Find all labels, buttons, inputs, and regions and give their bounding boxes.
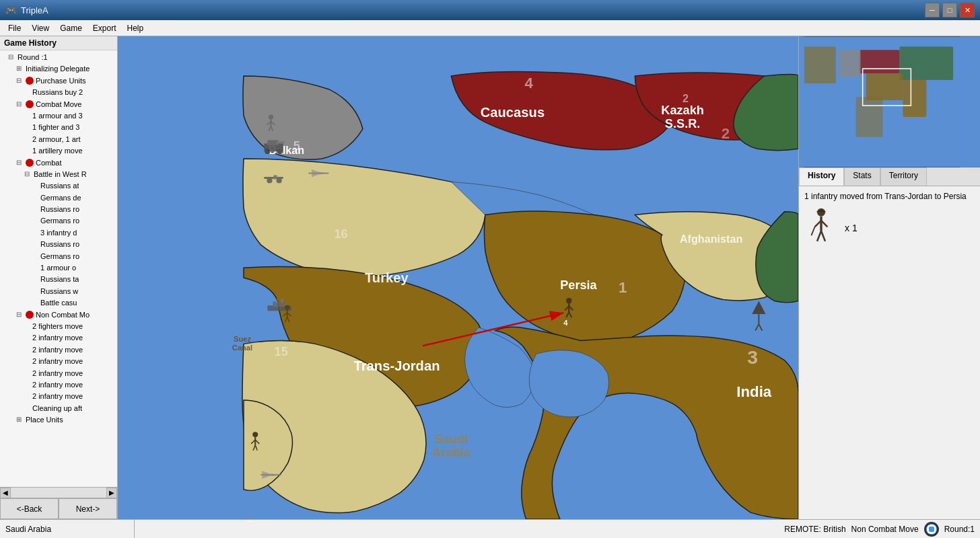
svg-rect-55 bbox=[274, 176, 277, 180]
tree-purchase[interactable]: ⊟ Purchase Units bbox=[0, 75, 117, 87]
window-controls: ─ □ ✕ bbox=[925, 3, 975, 17]
red-dot bbox=[26, 100, 34, 108]
nav-buttons: <-Back Next-> bbox=[0, 498, 117, 519]
scroll-left-button[interactable]: ◀ bbox=[0, 488, 11, 498]
svg-point-51 bbox=[277, 149, 283, 154]
tree-battlewest[interactable]: ⊟ Battle in West R bbox=[0, 169, 117, 180]
history-info-text: 1 infantry moved from Trans-Jordan to Pe… bbox=[804, 192, 975, 201]
tree-russiansat[interactable]: Russians at bbox=[0, 180, 117, 192]
menu-view[interactable]: View bbox=[26, 22, 55, 34]
panel-content: 1 infantry moved from Trans-Jordan to Pe… bbox=[799, 186, 980, 519]
red-dot bbox=[26, 77, 34, 85]
svg-text:S.S.R.: S.S.R. bbox=[665, 117, 701, 130]
tree-battlecasu[interactable]: Battle casu bbox=[0, 297, 117, 309]
history-header: Game History bbox=[0, 36, 117, 50]
svg-point-36 bbox=[252, 432, 258, 437]
svg-text:16: 16 bbox=[334, 227, 347, 241]
svg-rect-45 bbox=[281, 299, 283, 303]
svg-text:2: 2 bbox=[722, 126, 730, 143]
titlebar: 🎮 TripleA ─ □ ✕ bbox=[0, 0, 980, 20]
tree-russiansw[interactable]: Russians w bbox=[0, 286, 117, 297]
red-dot bbox=[26, 311, 34, 319]
svg-rect-80 bbox=[839, 50, 861, 77]
tree-2inf2[interactable]: 2 infantry move bbox=[0, 344, 117, 356]
menu-export[interactable]: Export bbox=[88, 22, 122, 34]
svg-text:3: 3 bbox=[747, 347, 758, 368]
tree-germansd[interactable]: Germans de bbox=[0, 192, 117, 204]
panel-tabs: History Stats Territory bbox=[799, 167, 980, 186]
svg-text:Kazakh: Kazakh bbox=[661, 104, 704, 117]
menu-help[interactable]: Help bbox=[122, 22, 149, 34]
svg-text:1: 1 bbox=[619, 279, 627, 296]
tab-stats[interactable]: Stats bbox=[844, 167, 880, 186]
tree-germansro1[interactable]: Germans ro bbox=[0, 215, 117, 227]
back-button[interactable]: <-Back bbox=[0, 498, 59, 519]
tree-noncombat[interactable]: ⊟ Non Combat Mo bbox=[0, 309, 117, 321]
svg-point-85 bbox=[817, 208, 825, 217]
scroll-right-button[interactable]: ▶ bbox=[106, 488, 117, 498]
svg-rect-67 bbox=[260, 474, 281, 475]
svg-rect-84 bbox=[960, 36, 980, 167]
tab-territory[interactable]: Territory bbox=[880, 167, 927, 186]
menu-game[interactable]: Game bbox=[55, 22, 88, 34]
tree-placeunits[interactable]: ⊞ Place Units bbox=[0, 414, 117, 426]
tree-russiansbuy[interactable]: Russians buy 2 bbox=[0, 87, 117, 98]
tree-russiansro2[interactable]: Russians ro bbox=[0, 239, 117, 250]
tree-fighter3[interactable]: 1 fighter and 3 bbox=[0, 122, 117, 133]
tree-3infantry[interactable]: 3 infantry d bbox=[0, 227, 117, 239]
tree-cleaning[interactable]: Cleaning up aft bbox=[0, 403, 117, 414]
tree-russiansro1[interactable]: Russians ro bbox=[0, 204, 117, 215]
svg-rect-76 bbox=[899, 46, 953, 80]
scroll-track[interactable] bbox=[11, 488, 106, 498]
map-svg[interactable]: 4 2 2 5 16 1 15 3 Caucasus Kazakh S.S.R.… bbox=[118, 36, 798, 519]
tab-history[interactable]: History bbox=[799, 167, 844, 186]
menu-file[interactable]: File bbox=[3, 22, 26, 34]
tree-2inf6[interactable]: 2 infantry move bbox=[0, 391, 117, 402]
history-tree[interactable]: ⊟ Round :1 ⊞ Initializing Delegate ⊟ Pur… bbox=[0, 50, 117, 487]
svg-text:Trans-Jordan: Trans-Jordan bbox=[353, 358, 440, 373]
svg-rect-79 bbox=[903, 80, 926, 117]
app-title: TripleA bbox=[21, 5, 925, 15]
phase-label: Non Combat Move bbox=[851, 525, 919, 534]
tree-2inf4[interactable]: 2 infantry move bbox=[0, 368, 117, 379]
svg-text:India: India bbox=[736, 383, 772, 400]
svg-rect-75 bbox=[860, 50, 900, 73]
svg-rect-46 bbox=[308, 173, 328, 174]
tree-1armour[interactable]: 1 armour o bbox=[0, 262, 117, 274]
svg-rect-44 bbox=[276, 299, 278, 303]
tree-armour3[interactable]: 1 armour and 3 bbox=[0, 110, 117, 122]
svg-rect-81 bbox=[802, 46, 836, 83]
tree-germansro2[interactable]: Germans ro bbox=[0, 251, 117, 262]
tree-combat[interactable]: ⊟ Combat bbox=[0, 157, 117, 169]
svg-text:2: 2 bbox=[682, 93, 689, 105]
map-area[interactable]: 4 2 2 5 16 1 15 3 Caucasus Kazakh S.S.R.… bbox=[118, 36, 798, 519]
expand-icon[interactable]: ⊟ bbox=[8, 52, 18, 62]
tree-artillery[interactable]: 1 artillery move bbox=[0, 145, 117, 157]
tree-round1[interactable]: ⊟ Round :1 bbox=[0, 52, 117, 63]
svg-rect-49 bbox=[277, 141, 285, 143]
svg-text:Caucasus: Caucasus bbox=[481, 105, 545, 120]
tree-init[interactable]: ⊞ Initializing Delegate bbox=[0, 63, 117, 75]
tree-russiansta[interactable]: Russians ta bbox=[0, 274, 117, 285]
svg-rect-77 bbox=[866, 73, 903, 100]
remote-label: REMOTE: British bbox=[784, 525, 845, 534]
tree-armour1art[interactable]: 2 armour, 1 art bbox=[0, 134, 117, 145]
tree-combatmove[interactable]: ⊟ Combat Move bbox=[0, 99, 117, 110]
tree-2inf3[interactable]: 2 infantry move bbox=[0, 356, 117, 367]
svg-point-57 bbox=[269, 115, 273, 120]
tree-2inf1[interactable]: 2 infantry move bbox=[0, 332, 117, 344]
svg-line-91 bbox=[821, 231, 825, 241]
minimap[interactable] bbox=[799, 36, 980, 167]
roundel-icon bbox=[924, 522, 939, 537]
close-button[interactable]: ✕ bbox=[960, 3, 975, 17]
next-button[interactable]: Next-> bbox=[59, 498, 117, 519]
history-scrollbar[interactable]: ◀ ▶ bbox=[0, 487, 117, 498]
svg-text:Afghanistan: Afghanistan bbox=[680, 233, 742, 245]
main-layout: Game History ⊟ Round :1 ⊞ Initializing D… bbox=[0, 36, 980, 519]
tree-2inf5[interactable]: 2 infantry move bbox=[0, 379, 117, 391]
maximize-button[interactable]: □ bbox=[942, 3, 957, 17]
app-icon: 🎮 bbox=[5, 5, 17, 15]
tree-2fighters[interactable]: 2 fighters move bbox=[0, 321, 117, 332]
svg-point-50 bbox=[265, 149, 270, 154]
minimize-button[interactable]: ─ bbox=[925, 3, 940, 17]
